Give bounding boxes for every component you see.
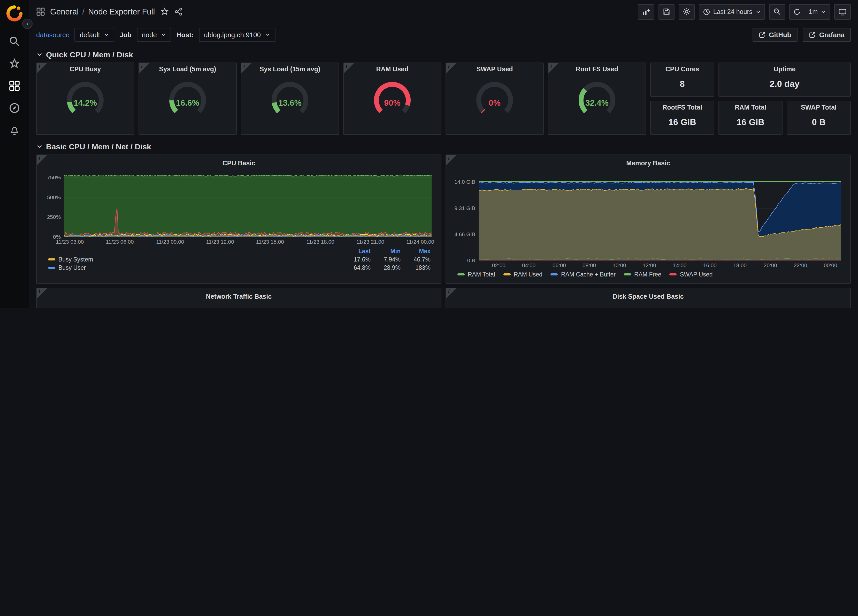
alerting-bell-icon[interactable]: [9, 124, 20, 136]
svg-text:32.4%: 32.4%: [585, 98, 609, 107]
gauge-panel-sys-load-15m-avg-: iSys Load (15m avg)13.6%: [241, 62, 339, 135]
panel-info-icon[interactable]: i: [139, 63, 149, 73]
panel-title[interactable]: Network Traffic Basic: [41, 290, 437, 303]
refresh-button[interactable]: [789, 4, 805, 19]
grafana-logo-icon[interactable]: [6, 5, 23, 22]
panel-title[interactable]: SWAP Used: [446, 63, 543, 76]
panel-title[interactable]: Memory Basic: [450, 157, 846, 169]
panel-title[interactable]: RAM Used: [344, 63, 441, 76]
legend-series-name[interactable]: Busy System: [48, 256, 337, 264]
svg-text:02:00: 02:00: [492, 262, 505, 268]
svg-text:11/23 09:00: 11/23 09:00: [156, 239, 184, 245]
legend-label: SWAP Used: [680, 271, 713, 277]
legend-item[interactable]: SWAP Used: [670, 271, 713, 277]
panel-title[interactable]: CPU Busy: [37, 63, 134, 76]
legend-swatch: [48, 259, 55, 261]
star-dashboard-icon[interactable]: [160, 7, 169, 16]
job-select[interactable]: node: [137, 28, 171, 42]
stat-panel-uptime: Uptime2.0 day: [718, 62, 851, 97]
panel-info-icon[interactable]: i: [446, 289, 456, 299]
legend-value: 46.7%: [404, 256, 434, 264]
legend-series-name[interactable]: Busy User: [48, 264, 337, 272]
stat-value: 8: [680, 76, 685, 96]
chart-area[interactable]: 0%250%500%750%11/23 03:0011/23 06:0011/2…: [41, 169, 437, 246]
github-label: GitHub: [769, 31, 791, 39]
explore-compass-icon[interactable]: [9, 102, 20, 114]
legend-column-header[interactable]: Min: [374, 247, 404, 256]
chevron-down-icon: [265, 32, 270, 37]
starred-dashboards-icon[interactable]: [9, 58, 20, 69]
github-link-button[interactable]: GitHub: [752, 28, 797, 42]
panel-title[interactable]: CPU Cores: [651, 63, 714, 76]
panel-info-icon[interactable]: i: [37, 155, 47, 165]
legend-item[interactable]: RAM Free: [624, 271, 661, 277]
refresh-interval-picker[interactable]: 1m: [805, 4, 830, 19]
apps-grid-icon[interactable]: [36, 7, 45, 16]
panel-title[interactable]: RootFS Total: [651, 101, 714, 114]
chevron-down-icon: [161, 32, 166, 37]
svg-text:14.2%: 14.2%: [74, 98, 97, 107]
panel-info-icon[interactable]: i: [549, 63, 559, 73]
search-icon[interactable]: [9, 36, 20, 47]
legend-item[interactable]: RAM Cache + Buffer: [551, 271, 616, 277]
panel-info-icon[interactable]: i: [37, 63, 47, 73]
zoom-out-time-button[interactable]: [769, 4, 785, 19]
save-dashboard-button[interactable]: [659, 4, 675, 19]
chevron-down-icon: [36, 143, 43, 150]
dashboards-icon[interactable]: [9, 80, 20, 92]
panel-title[interactable]: Uptime: [719, 63, 850, 76]
panel-title[interactable]: Root FS Used: [549, 63, 645, 76]
panel-info-icon[interactable]: i: [37, 289, 47, 299]
gauge-visualization: 32.4%: [568, 74, 626, 126]
dashboard-settings-button[interactable]: [679, 4, 695, 19]
breadcrumb-folder[interactable]: General: [50, 7, 79, 16]
legend-header-spacer: [48, 247, 337, 256]
gauge-visualization: 90%: [363, 74, 421, 126]
legend-item[interactable]: RAM Total: [457, 271, 495, 277]
external-link-icon: [759, 31, 765, 38]
legend-column-header[interactable]: Max: [404, 247, 434, 256]
chart-area[interactable]: -10 Mb/s-5 Mb/s0 b/s5 Mb/s10 Mb/s02:0004…: [41, 303, 437, 308]
gauge-visualization: 0%: [466, 74, 524, 126]
dashboard-content: Quick CPU / Mem / Disk iCPU Busy14.2%iSy…: [29, 46, 858, 308]
datasource-select[interactable]: default: [75, 28, 115, 42]
legend-swatch: [504, 273, 511, 275]
gauge-panel-ram-used: iRAM Used90%: [343, 62, 441, 135]
svg-text:14:00: 14:00: [673, 262, 687, 268]
section-basic-cpu-mem-net-disk[interactable]: Basic CPU / Mem / Net / Disk: [36, 138, 851, 155]
charts-grid: i CPU Basic 0%250%500%750%11/23 03:0011/…: [36, 155, 851, 308]
panel-title[interactable]: RAM Total: [719, 101, 782, 114]
time-range-picker[interactable]: Last 24 hours: [699, 4, 765, 19]
panel-info-icon[interactable]: i: [446, 155, 456, 165]
legend-column-header[interactable]: Last: [337, 247, 374, 256]
add-panel-button[interactable]: [638, 4, 654, 19]
host-label: Host:: [177, 31, 194, 39]
panel-title[interactable]: Disk Space Used Basic: [450, 290, 846, 303]
breadcrumb: General / Node Exporter Full: [50, 7, 155, 16]
panel-info-icon[interactable]: i: [446, 63, 456, 73]
kiosk-mode-button[interactable]: [834, 4, 851, 19]
svg-text:06:00: 06:00: [553, 262, 566, 268]
chart-area[interactable]: 0%25%50%75%100%02:0004:0006:0008:0010:00…: [450, 303, 846, 308]
section-quick-cpu-mem-disk[interactable]: Quick CPU / Mem / Disk: [36, 46, 851, 62]
legend-item[interactable]: RAM Used: [504, 271, 542, 277]
panel-title[interactable]: Sys Load (15m avg): [241, 63, 339, 76]
breadcrumb-dashboard-title[interactable]: Node Exporter Full: [88, 7, 155, 16]
grafana-app: › General / Node Exporter Full: [0, 0, 858, 308]
stat-panel-swap-total: SWAP Total0 B: [786, 101, 851, 135]
host-select[interactable]: ublog.ipng.ch:9100: [199, 28, 275, 42]
sidebar-expand-button[interactable]: ›: [22, 19, 33, 29]
grafana-link-button[interactable]: Grafana: [803, 28, 851, 42]
panel-title[interactable]: Sys Load (5m avg): [139, 63, 236, 76]
chart-area[interactable]: 0 B4.66 GiB9.31 GiB14.0 GiB02:0004:0006:…: [450, 169, 846, 270]
legend-swatch: [670, 273, 677, 275]
share-icon[interactable]: [174, 7, 183, 16]
gauge-visualization: 16.6%: [159, 74, 216, 126]
panel-title[interactable]: CPU Basic: [41, 157, 437, 169]
svg-text:11/23 18:00: 11/23 18:00: [306, 239, 334, 245]
panel-info-icon[interactable]: i: [241, 63, 252, 73]
panel-title[interactable]: SWAP Total: [787, 101, 850, 114]
panel-info-icon[interactable]: i: [344, 63, 354, 73]
datasource-value: default: [80, 31, 100, 39]
svg-text:0 B: 0 B: [467, 258, 475, 263]
